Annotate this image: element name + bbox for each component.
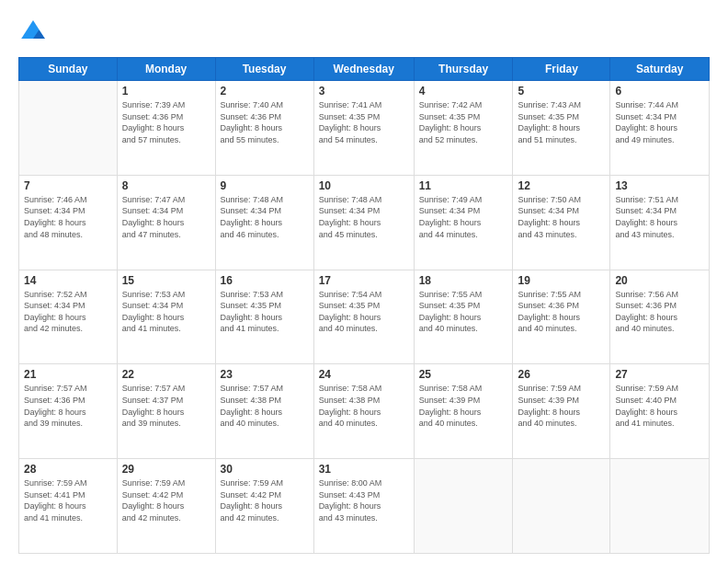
calendar-cell: 12Sunrise: 7:50 AM Sunset: 4:34 PM Dayli… [513, 175, 610, 270]
calendar-cell: 7Sunrise: 7:46 AM Sunset: 4:34 PM Daylig… [19, 175, 118, 270]
calendar-cell: 13Sunrise: 7:51 AM Sunset: 4:34 PM Dayli… [610, 175, 710, 270]
day-info: Sunrise: 7:57 AM Sunset: 4:37 PM Dayligh… [122, 383, 210, 429]
calendar-cell: 16Sunrise: 7:53 AM Sunset: 4:35 PM Dayli… [215, 270, 313, 364]
day-info: Sunrise: 7:50 AM Sunset: 4:34 PM Dayligh… [518, 194, 605, 240]
day-number: 8 [122, 179, 210, 192]
day-number: 21 [24, 368, 112, 381]
calendar-cell: 2Sunrise: 7:40 AM Sunset: 4:36 PM Daylig… [215, 81, 313, 176]
day-info: Sunrise: 7:56 AM Sunset: 4:36 PM Dayligh… [615, 289, 704, 335]
calendar-cell: 3Sunrise: 7:41 AM Sunset: 4:35 PM Daylig… [313, 81, 414, 176]
weekday-header-row: SundayMondayTuesdayWednesdayThursdayFrid… [19, 58, 710, 81]
day-info: Sunrise: 7:49 AM Sunset: 4:34 PM Dayligh… [419, 194, 508, 240]
calendar-cell: 14Sunrise: 7:52 AM Sunset: 4:34 PM Dayli… [19, 270, 118, 364]
calendar-cell: 19Sunrise: 7:55 AM Sunset: 4:36 PM Dayli… [513, 270, 610, 364]
day-number: 17 [319, 274, 409, 287]
day-number: 27 [615, 368, 704, 381]
calendar-cell: 20Sunrise: 7:56 AM Sunset: 4:36 PM Dayli… [610, 270, 710, 364]
logo [18, 17, 51, 46]
calendar-body: 1Sunrise: 7:39 AM Sunset: 4:36 PM Daylig… [19, 81, 710, 554]
day-info: Sunrise: 7:59 AM Sunset: 4:42 PM Dayligh… [221, 477, 309, 523]
day-info: Sunrise: 7:41 AM Sunset: 4:35 PM Dayligh… [319, 99, 409, 145]
day-number: 26 [518, 368, 605, 381]
day-info: Sunrise: 7:55 AM Sunset: 4:35 PM Dayligh… [419, 289, 508, 335]
day-info: Sunrise: 7:51 AM Sunset: 4:34 PM Dayligh… [615, 194, 704, 240]
day-info: Sunrise: 7:40 AM Sunset: 4:36 PM Dayligh… [221, 99, 309, 145]
calendar-cell: 30Sunrise: 7:59 AM Sunset: 4:42 PM Dayli… [215, 459, 313, 554]
day-number: 16 [221, 274, 309, 287]
day-number: 11 [419, 179, 508, 192]
day-number: 28 [24, 463, 112, 476]
day-number: 25 [419, 368, 508, 381]
calendar-cell: 21Sunrise: 7:57 AM Sunset: 4:36 PM Dayli… [19, 364, 118, 459]
calendar-cell: 4Sunrise: 7:42 AM Sunset: 4:35 PM Daylig… [414, 81, 513, 176]
day-number: 31 [319, 463, 409, 476]
calendar-cell: 26Sunrise: 7:59 AM Sunset: 4:39 PM Dayli… [513, 364, 610, 459]
calendar-cell: 22Sunrise: 7:57 AM Sunset: 4:37 PM Dayli… [117, 364, 215, 459]
day-number: 22 [122, 368, 210, 381]
calendar-cell: 1Sunrise: 7:39 AM Sunset: 4:36 PM Daylig… [117, 81, 215, 176]
calendar-cell: 8Sunrise: 7:47 AM Sunset: 4:34 PM Daylig… [117, 175, 215, 270]
calendar-week-row: 7Sunrise: 7:46 AM Sunset: 4:34 PM Daylig… [19, 175, 710, 270]
weekday-header-tuesday: Tuesday [215, 58, 313, 81]
calendar-week-row: 1Sunrise: 7:39 AM Sunset: 4:36 PM Daylig… [19, 81, 710, 176]
day-info: Sunrise: 7:55 AM Sunset: 4:36 PM Dayligh… [518, 289, 605, 335]
calendar-cell [513, 459, 610, 554]
day-info: Sunrise: 7:53 AM Sunset: 4:34 PM Dayligh… [122, 289, 210, 335]
weekday-header-friday: Friday [513, 58, 610, 81]
calendar-cell: 23Sunrise: 7:57 AM Sunset: 4:38 PM Dayli… [215, 364, 313, 459]
day-number: 20 [615, 274, 704, 287]
day-info: Sunrise: 7:42 AM Sunset: 4:35 PM Dayligh… [419, 99, 508, 145]
day-number: 5 [518, 85, 605, 98]
day-number: 15 [122, 274, 210, 287]
calendar-cell: 24Sunrise: 7:58 AM Sunset: 4:38 PM Dayli… [313, 364, 414, 459]
day-info: Sunrise: 7:47 AM Sunset: 4:34 PM Dayligh… [122, 194, 210, 240]
page-header [18, 17, 710, 46]
day-info: Sunrise: 7:59 AM Sunset: 4:40 PM Dayligh… [615, 383, 704, 429]
calendar-cell: 25Sunrise: 7:58 AM Sunset: 4:39 PM Dayli… [414, 364, 513, 459]
day-info: Sunrise: 7:59 AM Sunset: 4:41 PM Dayligh… [24, 477, 112, 523]
calendar-cell: 5Sunrise: 7:43 AM Sunset: 4:35 PM Daylig… [513, 81, 610, 176]
weekday-header-thursday: Thursday [414, 58, 513, 81]
day-info: Sunrise: 7:58 AM Sunset: 4:39 PM Dayligh… [419, 383, 508, 429]
weekday-header-monday: Monday [117, 58, 215, 81]
calendar-cell: 15Sunrise: 7:53 AM Sunset: 4:34 PM Dayli… [117, 270, 215, 364]
day-number: 4 [419, 85, 508, 98]
day-number: 29 [122, 463, 210, 476]
weekday-header-saturday: Saturday [610, 58, 710, 81]
calendar-table: SundayMondayTuesdayWednesdayThursdayFrid… [18, 57, 710, 554]
calendar-cell: 6Sunrise: 7:44 AM Sunset: 4:34 PM Daylig… [610, 81, 710, 176]
calendar-cell: 17Sunrise: 7:54 AM Sunset: 4:35 PM Dayli… [313, 270, 414, 364]
day-info: Sunrise: 7:59 AM Sunset: 4:39 PM Dayligh… [518, 383, 605, 429]
day-number: 3 [319, 85, 409, 98]
day-info: Sunrise: 7:52 AM Sunset: 4:34 PM Dayligh… [24, 289, 112, 335]
day-number: 14 [24, 274, 112, 287]
day-info: Sunrise: 7:48 AM Sunset: 4:34 PM Dayligh… [221, 194, 309, 240]
logo-icon [18, 17, 48, 46]
day-info: Sunrise: 7:57 AM Sunset: 4:36 PM Dayligh… [24, 383, 112, 429]
day-info: Sunrise: 7:43 AM Sunset: 4:35 PM Dayligh… [518, 99, 605, 145]
calendar-cell: 10Sunrise: 7:48 AM Sunset: 4:34 PM Dayli… [313, 175, 414, 270]
day-info: Sunrise: 7:59 AM Sunset: 4:42 PM Dayligh… [122, 477, 210, 523]
day-number: 19 [518, 274, 605, 287]
day-info: Sunrise: 7:57 AM Sunset: 4:38 PM Dayligh… [221, 383, 309, 429]
day-number: 1 [122, 85, 210, 98]
calendar-cell: 18Sunrise: 7:55 AM Sunset: 4:35 PM Dayli… [414, 270, 513, 364]
calendar-cell [414, 459, 513, 554]
day-info: Sunrise: 7:39 AM Sunset: 4:36 PM Dayligh… [122, 99, 210, 145]
calendar-week-row: 14Sunrise: 7:52 AM Sunset: 4:34 PM Dayli… [19, 270, 710, 364]
weekday-header-sunday: Sunday [19, 58, 118, 81]
calendar-cell: 31Sunrise: 8:00 AM Sunset: 4:43 PM Dayli… [313, 459, 414, 554]
calendar-cell: 11Sunrise: 7:49 AM Sunset: 4:34 PM Dayli… [414, 175, 513, 270]
day-info: Sunrise: 8:00 AM Sunset: 4:43 PM Dayligh… [319, 477, 409, 523]
day-number: 9 [221, 179, 309, 192]
day-info: Sunrise: 7:58 AM Sunset: 4:38 PM Dayligh… [319, 383, 409, 429]
day-info: Sunrise: 7:54 AM Sunset: 4:35 PM Dayligh… [319, 289, 409, 335]
calendar-cell: 29Sunrise: 7:59 AM Sunset: 4:42 PM Dayli… [117, 459, 215, 554]
weekday-header-wednesday: Wednesday [313, 58, 414, 81]
day-number: 2 [221, 85, 309, 98]
calendar-cell [19, 81, 118, 176]
day-info: Sunrise: 7:48 AM Sunset: 4:34 PM Dayligh… [319, 194, 409, 240]
day-number: 24 [319, 368, 409, 381]
day-number: 7 [24, 179, 112, 192]
calendar-cell: 9Sunrise: 7:48 AM Sunset: 4:34 PM Daylig… [215, 175, 313, 270]
